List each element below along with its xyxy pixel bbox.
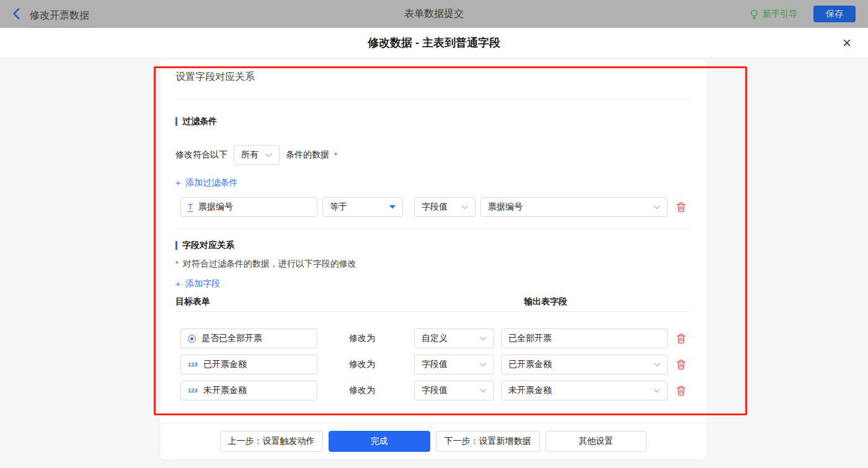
- number-field-icon: 123: [188, 387, 198, 394]
- mapping-type-select[interactable]: 字段值: [414, 355, 494, 374]
- plus-icon: +: [175, 279, 180, 289]
- target-form-header: 目标表单: [175, 296, 210, 307]
- panel-title: 设置字段对应关系: [175, 71, 255, 84]
- filter-value: 票据编号: [488, 201, 523, 213]
- filter-field-input[interactable]: T 票据编号: [180, 197, 317, 217]
- mapping-field-value: 未开票金额: [203, 385, 247, 396]
- mapping-value: 未开票金额: [508, 385, 552, 396]
- mapping-section-title: 字段对应关系: [175, 240, 234, 251]
- trash-icon: [676, 333, 686, 344]
- mapping-description-text: 对符合过滤条件的数据，进行以下字段的修改: [183, 258, 356, 270]
- mapping-row: 123 未开票金额 修改为 字段值 未开票金额: [160, 381, 706, 400]
- match-mode-value: 所有: [241, 149, 259, 161]
- mapping-column-headers: 目标表单 输出表字段: [160, 296, 706, 309]
- mapping-field-input[interactable]: 123 未开票金额: [180, 381, 317, 400]
- add-filter-condition-link[interactable]: + 添加过滤条件: [175, 177, 237, 188]
- mapping-value-input[interactable]: 已全部开票: [501, 329, 668, 348]
- mapping-type-select[interactable]: 自定义: [414, 329, 494, 348]
- previous-step-button[interactable]: 上一步：设置触发动作: [220, 431, 323, 452]
- delete-row-button[interactable]: [676, 359, 686, 370]
- filter-operator-value: 等于: [330, 201, 347, 213]
- plus-icon: +: [175, 178, 180, 188]
- chevron-down-icon: [653, 389, 660, 393]
- guide-label: 新手引导: [763, 9, 797, 20]
- delete-row-button[interactable]: [676, 201, 686, 213]
- filter-section-title: 过滤条件: [175, 116, 217, 127]
- add-field-link[interactable]: + 添加字段: [175, 278, 220, 289]
- mapping-field-value: 是否已全部开票: [202, 333, 262, 344]
- modify-to-label: 修改为: [349, 355, 375, 374]
- flow-title[interactable]: 修改开票数据: [29, 9, 94, 27]
- caret-down-icon: [389, 205, 396, 209]
- chevron-down-icon: [653, 363, 660, 367]
- delete-row-button[interactable]: [676, 385, 686, 396]
- filter-operator-select[interactable]: 等于: [322, 197, 403, 217]
- modify-to-label: 修改为: [349, 329, 375, 348]
- topbar: 修改开票数据 表单数据提交 新手引导 保存: [0, 0, 868, 28]
- divider: [175, 99, 691, 99]
- done-button[interactable]: 完成: [329, 431, 430, 452]
- filter-condition-row: T 票据编号 等于 字段值 票据编号: [160, 197, 706, 217]
- chevron-down-icon: [265, 153, 272, 157]
- mapping-value-select[interactable]: 未开票金额: [501, 381, 668, 400]
- topbar-right: 新手引导 保存: [750, 6, 856, 22]
- mapping-row: 是否已全部开票 修改为 自定义 已全部开票: [160, 329, 706, 348]
- radio-field-icon: [188, 335, 196, 343]
- save-button[interactable]: 保存: [813, 6, 856, 22]
- required-asterisk: *: [175, 260, 179, 268]
- output-field-header: 输出表字段: [524, 296, 567, 307]
- mapping-type-value: 字段值: [422, 385, 448, 396]
- match-suffix-label: 条件的数据: [286, 149, 329, 161]
- filter-value-type-select[interactable]: 字段值: [414, 197, 476, 217]
- mapping-value-select[interactable]: 已开票金额: [501, 355, 668, 374]
- mapping-row: 123 已开票金额 修改为 字段值 已开票金额: [160, 355, 706, 374]
- back-button[interactable]: [12, 0, 20, 28]
- mapping-value: 已开票金额: [508, 359, 552, 370]
- filter-value-type: 字段值: [422, 201, 448, 213]
- filter-field-value: 票据编号: [198, 201, 233, 213]
- mapping-section-label: 字段对应关系: [182, 240, 234, 251]
- section-accent-bar: [175, 241, 177, 250]
- trash-icon: [676, 359, 686, 370]
- mapping-value: 已全部开票: [508, 333, 552, 344]
- lightbulb-icon: [750, 9, 759, 19]
- required-asterisk: *: [334, 151, 337, 160]
- topbar-left: 修改开票数据: [12, 0, 94, 28]
- divider: [175, 311, 691, 312]
- chevron-down-icon: [480, 363, 487, 367]
- section-accent-bar: [175, 117, 177, 126]
- modify-to-label: 修改为: [349, 381, 375, 400]
- match-condition-row: 修改符合以下 所有 条件的数据 *: [175, 145, 337, 165]
- chevron-down-icon: [480, 337, 487, 341]
- guide-link[interactable]: 新手引导: [750, 9, 797, 20]
- trash-icon: [676, 385, 686, 396]
- mapping-field-input[interactable]: 是否已全部开票: [180, 329, 317, 348]
- mapping-type-select[interactable]: 字段值: [414, 381, 494, 400]
- modal-body: 设置字段对应关系 过滤条件 修改符合以下 所有 条件的数据 * + 添加过滤条件…: [0, 58, 868, 468]
- delete-row-button[interactable]: [676, 333, 686, 344]
- add-filter-condition-label: 添加过滤条件: [185, 177, 237, 188]
- add-field-label: 添加字段: [185, 278, 220, 289]
- match-mode-select[interactable]: 所有: [234, 145, 280, 165]
- modal-title: 修改数据 - 主表到普通字段: [368, 35, 500, 50]
- chevron-down-icon: [461, 205, 468, 210]
- modal-header: 修改数据 - 主表到普通字段 ✕: [0, 28, 868, 58]
- other-settings-button[interactable]: 其他设置: [546, 431, 647, 452]
- divider: [175, 228, 691, 229]
- chevron-down-icon: [480, 389, 487, 393]
- mapping-description: * 对符合过滤条件的数据，进行以下字段的修改: [175, 258, 356, 270]
- next-step-button[interactable]: 下一步：设置新增数据: [436, 431, 540, 452]
- mapping-field-value: 已开票金额: [203, 359, 247, 370]
- text-field-icon: T: [188, 203, 193, 212]
- filter-value-select[interactable]: 票据编号: [480, 197, 668, 217]
- filter-section-label: 过滤条件: [182, 116, 217, 127]
- mapping-field-input[interactable]: 123 已开票金额: [180, 355, 317, 374]
- number-field-icon: 123: [188, 361, 198, 368]
- page-title: 表单数据提交: [0, 7, 868, 20]
- settings-card: 设置字段对应关系 过滤条件 修改符合以下 所有 条件的数据 * + 添加过滤条件…: [160, 60, 706, 459]
- footer-divider: [160, 423, 706, 423]
- match-prefix-label: 修改符合以下: [175, 149, 228, 161]
- footer-buttons: 上一步：设置触发动作 完成 下一步：设置新增数据 其他设置: [160, 431, 706, 452]
- close-icon[interactable]: ✕: [842, 37, 852, 49]
- trash-icon: [676, 201, 686, 213]
